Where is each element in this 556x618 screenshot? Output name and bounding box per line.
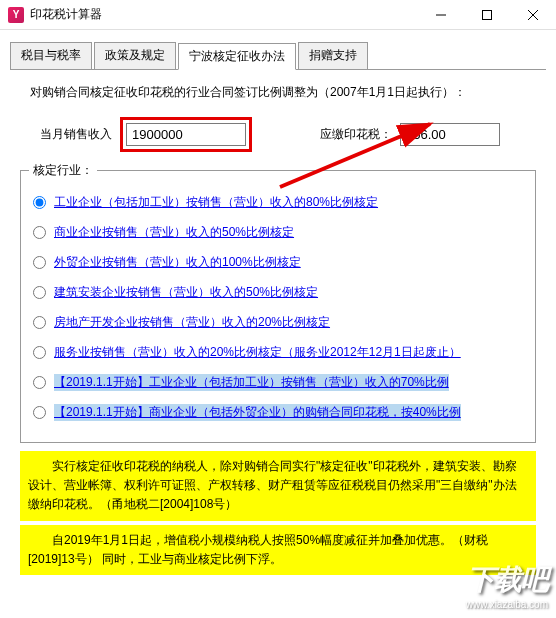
radio-row-4: 房地产开发企业按销售（营业）收入的20%比例核定 (33, 314, 523, 331)
close-button[interactable] (510, 0, 556, 30)
radio-row-1: 商业企业按销售（营业）收入的50%比例核定 (33, 224, 523, 241)
radio-label-7[interactable]: 【2019.1.1开始】商业企业（包括外贸企业）的购销合同印花税，按40%比例 (54, 404, 461, 421)
radio-row-5: 服务业按销售（营业）收入的20%比例核定（服务业2012年12月1日起废止） (33, 344, 523, 361)
titlebar-left: Y 印花税计算器 (8, 6, 102, 23)
radio-label-2[interactable]: 外贸企业按销售（营业）收入的100%比例核定 (54, 254, 301, 271)
note-1: 自2019年1月1日起，增值税小规模纳税人按照50%幅度减征并加叠加优惠。（财税… (20, 525, 536, 575)
radio-row-3: 建筑安装企业按销售（营业）收入的50%比例核定 (33, 284, 523, 301)
radio-4[interactable] (33, 316, 46, 329)
industry-fieldset: 核定行业： 工业企业（包括加工业）按销售（营业）收入的80%比例核定商业企业按销… (20, 170, 536, 443)
fieldset-legend: 核定行业： (29, 162, 97, 179)
radio-label-4[interactable]: 房地产开发企业按销售（营业）收入的20%比例核定 (54, 314, 330, 331)
tab-panel: 对购销合同核定征收印花税的行业合同签订比例调整为（2007年1月1日起执行）： … (10, 70, 546, 585)
radio-3[interactable] (33, 286, 46, 299)
tab-2[interactable]: 宁波核定征收办法 (178, 43, 296, 70)
content-area: 税目与税率政策及规定宁波核定征收办法捐赠支持 对购销合同核定征收印花税的行业合同… (0, 30, 556, 585)
app-icon: Y (8, 7, 24, 23)
radio-5[interactable] (33, 346, 46, 359)
radio-row-2: 外贸企业按销售（营业）收入的100%比例核定 (33, 254, 523, 271)
radio-row-6: 【2019.1.1开始】工业企业（包括加工业）按销售（营业）收入的70%比例 (33, 374, 523, 391)
tab-3[interactable]: 捐赠支持 (298, 42, 368, 69)
tab-bar: 税目与税率政策及规定宁波核定征收办法捐赠支持 (10, 42, 546, 70)
radio-label-1[interactable]: 商业企业按销售（营业）收入的50%比例核定 (54, 224, 294, 241)
svg-rect-1 (483, 10, 492, 19)
radio-1[interactable] (33, 226, 46, 239)
intro-text: 对购销合同核定征收印花税的行业合同签订比例调整为（2007年1月1日起执行）： (20, 84, 536, 101)
maximize-button[interactable] (464, 0, 510, 30)
watermark-logo: 下载吧 (466, 561, 548, 599)
radio-0[interactable] (33, 196, 46, 209)
radio-7[interactable] (33, 406, 46, 419)
radio-row-0: 工业企业（包括加工业）按销售（营业）收入的80%比例核定 (33, 194, 523, 211)
radio-label-3[interactable]: 建筑安装企业按销售（营业）收入的50%比例核定 (54, 284, 318, 301)
radio-label-5[interactable]: 服务业按销售（营业）收入的20%比例核定（服务业2012年12月1日起废止） (54, 344, 461, 361)
window-controls (418, 0, 556, 30)
watermark: 下载吧 www.xiazaiba.com (466, 561, 548, 610)
note-0: 实行核定征收印花税的纳税人，除对购销合同实行"核定征收"印花税外，建筑安装、勘察… (20, 451, 536, 521)
titlebar: Y 印花税计算器 (0, 0, 556, 30)
input-row: 当月销售收入 应缴印花税： (20, 117, 536, 152)
radio-2[interactable] (33, 256, 46, 269)
radio-label-0[interactable]: 工业企业（包括加工业）按销售（营业）收入的80%比例核定 (54, 194, 378, 211)
window-title: 印花税计算器 (30, 6, 102, 23)
sales-input[interactable] (126, 123, 246, 146)
sales-label: 当月销售收入 (40, 126, 112, 143)
tax-label: 应缴印花税： (320, 126, 392, 143)
tab-0[interactable]: 税目与税率 (10, 42, 92, 69)
sales-highlight-box (120, 117, 252, 152)
tab-1[interactable]: 政策及规定 (94, 42, 176, 69)
watermark-url: www.xiazaiba.com (466, 599, 548, 610)
minimize-button[interactable] (418, 0, 464, 30)
tax-output (400, 123, 500, 146)
radio-label-6[interactable]: 【2019.1.1开始】工业企业（包括加工业）按销售（营业）收入的70%比例 (54, 374, 449, 391)
radio-6[interactable] (33, 376, 46, 389)
radio-row-7: 【2019.1.1开始】商业企业（包括外贸企业）的购销合同印花税，按40%比例 (33, 404, 523, 421)
